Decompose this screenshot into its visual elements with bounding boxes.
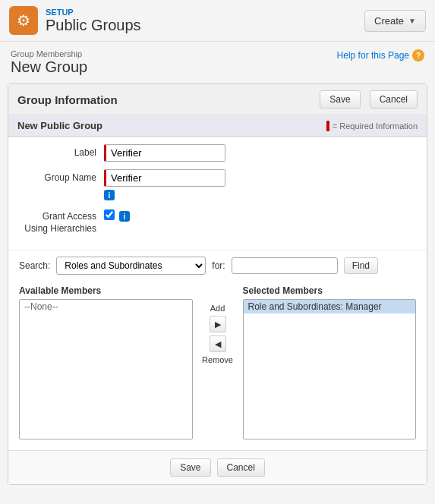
label-row: Label	[20, 144, 415, 162]
top-save-button[interactable]: Save	[320, 90, 360, 109]
list-item[interactable]: Role and Subordinates: Manager	[244, 300, 416, 313]
checkbox-row: i	[104, 208, 415, 222]
page-header: ⚙ SETUP Public Groups Create ▼	[0, 0, 435, 42]
label-field-label: Label	[20, 144, 104, 158]
add-button[interactable]: ▶	[210, 316, 226, 332]
bottom-cancel-button[interactable]: Cancel	[217, 458, 265, 477]
gear-icon: ⚙	[17, 11, 30, 30]
members-area: Available Members --None-- Add ▶ ◀ Remov…	[8, 281, 427, 450]
group-info-title: Group Information	[17, 93, 310, 106]
breadcrumb-area: Group Membership New Group Help for this…	[0, 42, 435, 79]
list-item[interactable]: --None--	[20, 300, 192, 313]
search-input[interactable]	[232, 257, 338, 274]
remove-button[interactable]: ◀	[210, 335, 226, 352]
available-members-listbox[interactable]: --None--	[19, 299, 193, 439]
available-members-col: Available Members --None--	[19, 285, 193, 439]
add-label: Add	[210, 304, 225, 313]
page-title: Public Groups	[46, 17, 141, 34]
find-button[interactable]: Find	[344, 257, 378, 274]
bottom-actions: Save Cancel	[8, 450, 427, 484]
group-name-row: Group Name i	[20, 169, 415, 200]
help-link[interactable]: Help for this Page ?	[337, 49, 424, 61]
breadcrumb: Group Membership	[11, 49, 87, 58]
grant-access-row: Grant Access Using Hierarchies i	[20, 208, 415, 235]
label-field-value	[104, 144, 415, 162]
required-bar-icon	[326, 121, 329, 131]
group-name-info-icon: i	[104, 190, 115, 200]
add-remove-col: Add ▶ ◀ Remove	[199, 285, 237, 364]
section-header: New Public Group = Required Information	[8, 115, 427, 137]
group-name-input[interactable]	[104, 169, 225, 187]
remove-label: Remove	[202, 355, 233, 364]
setup-label: SETUP	[46, 8, 141, 17]
for-label: for:	[212, 260, 225, 271]
selected-members-listbox[interactable]: Role and Subordinates: Manager	[243, 299, 417, 439]
create-dropdown-arrow: ▼	[408, 17, 416, 25]
selected-members-col: Selected Members Role and Subordinates: …	[243, 285, 417, 439]
bottom-save-button[interactable]: Save	[170, 458, 210, 477]
main-content-box: Group Information Save Cancel New Public…	[8, 83, 427, 485]
help-link-text: Help for this Page	[337, 50, 409, 61]
top-cancel-button[interactable]: Cancel	[370, 90, 418, 109]
grant-access-checkbox[interactable]	[104, 209, 115, 220]
breadcrumb-left: Group Membership New Group	[11, 49, 87, 76]
search-area: Search: Roles and Subordinates Roles Use…	[8, 250, 427, 281]
selected-members-header: Selected Members	[243, 285, 417, 296]
required-info: = Required Information	[326, 121, 418, 131]
search-label: Search:	[19, 260, 50, 271]
grant-access-field: i	[104, 208, 415, 222]
available-members-header: Available Members	[19, 285, 193, 296]
grant-access-label: Grant Access Using Hierarchies	[20, 208, 104, 235]
group-name-field: i	[104, 169, 415, 200]
section-title: New Public Group	[17, 120, 102, 131]
create-button-label: Create	[374, 15, 404, 27]
group-name-label: Group Name	[20, 169, 104, 183]
form-body: Label Group Name i Grant Access Using Hi…	[8, 137, 427, 250]
label-input[interactable]	[104, 144, 225, 162]
grant-access-info-icon: i	[119, 211, 130, 222]
required-text: = Required Information	[333, 121, 418, 131]
header-left: ⚙ SETUP Public Groups	[9, 6, 141, 35]
page-subtitle: New Group	[11, 58, 87, 76]
help-icon: ?	[412, 49, 424, 61]
gear-icon-box: ⚙	[9, 6, 38, 35]
group-info-header: Group Information Save Cancel	[8, 84, 427, 115]
header-text: SETUP Public Groups	[46, 8, 141, 34]
search-dropdown[interactable]: Roles and Subordinates Roles Users Porta…	[56, 257, 206, 275]
create-button[interactable]: Create ▼	[364, 10, 426, 32]
